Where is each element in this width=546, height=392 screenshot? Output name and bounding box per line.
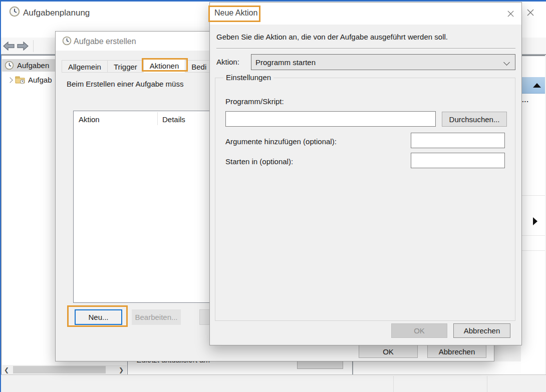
scroll-right-icon[interactable]: ❯ xyxy=(117,365,126,374)
cancel-label: Abbrechen xyxy=(464,326,500,335)
arguments-label: Argumente hinzufügen (optional): xyxy=(225,137,337,146)
window-border-top xyxy=(0,0,546,2)
ok-label: OK xyxy=(383,347,394,356)
column-separator[interactable] xyxy=(157,112,158,125)
screen: Aufgabenplanung Datei Aktion Ansicht ? xyxy=(0,0,546,392)
arguments-input[interactable] xyxy=(411,133,505,148)
tab-allgemein[interactable]: Allgemein xyxy=(62,60,108,73)
tree-item-label: Aufgaben xyxy=(17,61,49,70)
action-label: Aktion: xyxy=(216,58,239,66)
program-input[interactable] xyxy=(225,111,436,127)
task-scheduler-icon xyxy=(9,6,20,17)
chevron-down-icon xyxy=(503,59,510,66)
annotation-box-neu-button xyxy=(67,305,128,327)
cancel-label: Abbrechen xyxy=(439,347,475,356)
create-task-intro-clipped: Beim Erstellen einer Aufgabe müss xyxy=(67,80,183,88)
divider xyxy=(521,195,545,196)
create-task-tabs: Allgemein Trigger Aktionen Bedi xyxy=(62,60,212,73)
new-action-dialog: Neue Aktion Geben Sie die Aktion an, die… xyxy=(209,2,522,345)
actions-pane-clipped-text: ... xyxy=(522,96,529,104)
window-border xyxy=(0,0,1,392)
statusbar xyxy=(0,374,546,392)
ok-label: OK xyxy=(414,326,425,335)
task-scheduler-icon xyxy=(5,61,14,70)
create-task-ok-button[interactable]: OK xyxy=(359,345,418,358)
new-action-ok-button[interactable]: OK xyxy=(391,323,447,338)
durchsuchen-button[interactable]: Durchsuchen... xyxy=(442,112,507,127)
settings-groupbox: Einstellungen Programm/Skript: Durchsuch… xyxy=(215,78,515,321)
last-refreshed-text-clipped: Zuletzt aktualisiert am xyxy=(137,361,210,364)
task-folder-icon xyxy=(15,76,25,84)
task-scheduler-icon xyxy=(62,36,72,46)
actions-pane: ... xyxy=(521,55,545,376)
new-action-cancel-button[interactable]: Abbrechen xyxy=(453,323,510,338)
back-button[interactable] xyxy=(3,42,15,51)
bearbeiten-button-label: Bearbeiten... xyxy=(135,313,177,321)
refresh-button-clipped[interactable] xyxy=(297,361,343,369)
program-label: Programm/Skript: xyxy=(225,97,284,106)
durchsuchen-label: Durchsuchen... xyxy=(449,115,500,124)
divider xyxy=(487,376,487,392)
submenu-arrow-icon[interactable] xyxy=(533,217,537,225)
main-close-button[interactable] xyxy=(523,6,538,20)
scrollbar-thumb[interactable] xyxy=(13,366,106,373)
action-combobox-value: Programm starten xyxy=(251,58,316,67)
start-in-label: Starten in (optional): xyxy=(225,157,293,166)
bearbeiten-button[interactable]: Bearbeiten... xyxy=(132,309,181,325)
app-title: Aufgabenplanung xyxy=(23,8,90,18)
start-in-input[interactable] xyxy=(411,153,505,168)
divider xyxy=(521,250,545,251)
divider xyxy=(393,376,394,392)
new-action-close-button[interactable] xyxy=(502,7,518,21)
toolbar-separator xyxy=(33,40,34,52)
collapse-up-icon[interactable] xyxy=(533,83,541,88)
tree-item-label: Aufgab xyxy=(28,76,52,84)
actions-pane-header[interactable] xyxy=(521,77,545,94)
annotation-box-new-action-title xyxy=(208,6,260,22)
forward-button[interactable] xyxy=(17,42,29,51)
create-task-cancel-button[interactable]: Abbrechen xyxy=(427,345,486,358)
tree-horizontal-scrollbar[interactable]: ❮ ❯ xyxy=(2,365,127,374)
overview-pane-bottom: Zuletzt aktualisiert am xyxy=(128,361,521,374)
column-header-aktion[interactable]: Aktion xyxy=(79,115,100,124)
close-icon xyxy=(526,9,534,17)
new-action-instruction: Geben Sie die Aktion an, die von der Auf… xyxy=(216,33,448,41)
pane-divider xyxy=(352,361,353,374)
tab-trigger[interactable]: Trigger xyxy=(107,60,144,73)
column-header-details[interactable]: Details xyxy=(162,115,185,124)
expand-chevron-icon[interactable] xyxy=(7,77,13,83)
separator xyxy=(216,48,515,49)
annotation-box-aktionen-tab xyxy=(142,58,188,72)
create-task-title: Aufgabe erstellen xyxy=(74,37,136,46)
divider xyxy=(521,235,545,236)
settings-legend: Einstellungen xyxy=(223,73,274,82)
action-combobox[interactable]: Programm starten xyxy=(251,54,515,70)
close-icon xyxy=(507,10,514,18)
scroll-left-icon[interactable]: ❮ xyxy=(2,365,11,374)
tab-bedingungen-clipped[interactable]: Bedi xyxy=(185,60,213,73)
